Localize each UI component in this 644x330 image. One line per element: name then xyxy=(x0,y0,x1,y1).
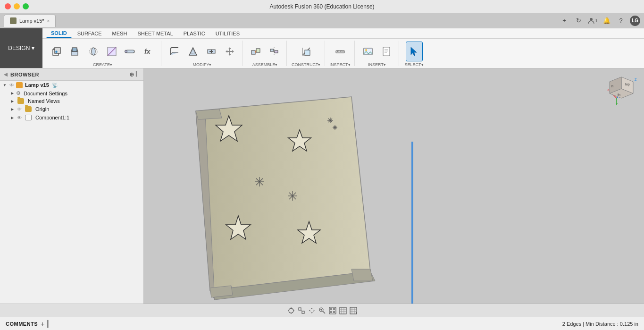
assemble-group: ASSEMBLE▾ xyxy=(243,41,287,66)
settings-icon: ⚙ xyxy=(16,90,21,96)
svg-text:X: X xyxy=(607,88,610,92)
3d-model xyxy=(172,73,408,304)
construct-button[interactable] xyxy=(298,42,315,61)
tree-label-doc-settings: Document Settings xyxy=(24,91,67,96)
tree-item-component[interactable]: ▶ 👁 Component1:1 xyxy=(0,113,143,122)
tab-mesh[interactable]: MESH xyxy=(108,30,132,37)
broadcast-icon[interactable]: 📡 xyxy=(52,83,58,88)
close-button[interactable] xyxy=(5,3,11,9)
modify-buttons xyxy=(166,42,238,61)
display-mode-button[interactable] xyxy=(328,306,337,315)
insert-group: INSERT▾ xyxy=(356,41,399,66)
select-buttons xyxy=(406,42,423,61)
component-icon-root xyxy=(16,82,23,88)
tab-utilities[interactable]: UTILITIES xyxy=(211,30,244,37)
insert-buttons xyxy=(360,42,395,61)
revolve-button[interactable] xyxy=(85,42,102,61)
browser-expand-icon[interactable]: ⊕ xyxy=(129,71,134,78)
grid-button[interactable] xyxy=(339,306,347,315)
insert-image-button[interactable] xyxy=(360,42,376,61)
construct-group: CONSTRUCT▾ xyxy=(288,41,325,66)
tree-arrow-root[interactable]: ▼ xyxy=(2,82,8,88)
extrude-button[interactable] xyxy=(67,42,84,61)
fit-button[interactable] xyxy=(297,306,306,315)
svg-rect-22 xyxy=(270,49,274,51)
svg-rect-87 xyxy=(330,308,332,310)
more-display-button[interactable]: ▾ xyxy=(349,306,358,315)
svg-point-16 xyxy=(125,50,127,53)
inspect-buttons xyxy=(332,42,349,61)
tab-plastic[interactable]: PLASTIC xyxy=(179,30,210,37)
svg-text:Y: Y xyxy=(616,102,618,105)
svg-text:Z: Z xyxy=(635,78,637,81)
orbit-button[interactable] xyxy=(287,306,295,315)
minimize-button[interactable] xyxy=(14,3,20,9)
shell-button[interactable] xyxy=(184,42,201,61)
notification-button[interactable]: 🔔 xyxy=(602,16,612,26)
status-text: 2 Edges | Min Distance : 0.125 in xyxy=(562,321,638,327)
tree-arrow-component[interactable]: ▶ xyxy=(9,115,15,120)
assemble-group-label: ASSEMBLE▾ xyxy=(252,62,278,67)
user-avatar[interactable]: LG xyxy=(630,16,640,26)
browser-nav-back[interactable]: ◀ xyxy=(4,72,8,77)
new-component-button[interactable] xyxy=(48,42,65,61)
svg-rect-8 xyxy=(72,48,77,51)
svg-rect-89 xyxy=(330,311,332,313)
tree-item-origin[interactable]: ▶ 👁 Origin xyxy=(0,105,143,113)
pipe-button[interactable] xyxy=(122,42,139,61)
svg-point-12 xyxy=(92,48,95,55)
file-tab[interactable]: Lamp v15* × xyxy=(4,15,56,27)
ribbon-content: fx CREATE▾ xyxy=(42,39,644,68)
zoom-button[interactable] xyxy=(318,306,326,315)
selection-edge xyxy=(411,142,413,304)
tab-close-button[interactable]: × xyxy=(47,18,50,24)
add-tab-button[interactable]: + xyxy=(559,16,569,26)
tab-bar-right: + ↻ 1 🔔 ? LG xyxy=(559,16,640,26)
tree-arrow-named-views[interactable]: ▶ xyxy=(9,98,15,104)
folder-icon-named-views xyxy=(17,98,24,104)
tree-item-doc-settings[interactable]: ▶ ⚙ Document Settings xyxy=(0,89,143,97)
fx-button[interactable]: fx xyxy=(140,42,157,61)
align-button[interactable] xyxy=(266,42,283,61)
browser-header: ◀ BROWSER ⊕ ▎ xyxy=(0,68,143,81)
tab-sheet-metal[interactable]: SHEET METAL xyxy=(133,30,177,37)
svg-rect-79 xyxy=(299,308,301,310)
design-mode-button[interactable]: DESIGN ▾ xyxy=(0,28,42,68)
fillet-button[interactable] xyxy=(166,42,183,61)
tree-label-root: Lamp v15 xyxy=(25,82,49,88)
move-button[interactable] xyxy=(221,42,238,61)
svg-point-0 xyxy=(590,18,593,21)
tree-arrow-doc-settings[interactable]: ▶ xyxy=(9,91,15,96)
tree-arrow-origin[interactable]: ▶ xyxy=(9,106,15,112)
svg-text:ln: ln xyxy=(611,85,614,88)
tree-label-component: Component1:1 xyxy=(35,115,69,120)
insert-mcmaster-button[interactable] xyxy=(378,42,395,61)
select-group-label: SELECT▾ xyxy=(405,62,424,67)
refresh-button[interactable]: ↻ xyxy=(573,16,584,26)
svg-rect-91 xyxy=(340,307,346,314)
maximize-button[interactable] xyxy=(23,3,29,9)
svg-rect-36 xyxy=(383,47,390,56)
viewport[interactable]: top ln fn Z X Y xyxy=(144,68,644,304)
joint-button[interactable] xyxy=(247,42,264,61)
user-count-button[interactable]: 1 xyxy=(587,16,598,26)
tab-solid[interactable]: SOLID xyxy=(46,29,72,38)
view-cube[interactable]: top ln fn Z X Y xyxy=(607,72,640,105)
eye-icon-root[interactable]: 👁 xyxy=(8,82,15,88)
svg-line-81 xyxy=(301,310,302,311)
eye-icon-origin[interactable]: 👁 xyxy=(16,106,23,112)
assemble-buttons xyxy=(247,42,283,61)
tree-item-root[interactable]: ▼ 👁 Lamp v15 📡 xyxy=(0,81,143,89)
select-button[interactable] xyxy=(406,42,423,61)
eye-icon-component[interactable]: 👁 xyxy=(16,114,23,121)
help-button[interactable]: ? xyxy=(616,16,626,26)
browser-collapse-icon[interactable]: ▎ xyxy=(136,71,140,78)
combine-button[interactable] xyxy=(203,42,220,61)
measure-button[interactable] xyxy=(332,42,349,61)
tab-surface[interactable]: SURFACE xyxy=(73,30,107,37)
tree-item-named-views[interactable]: ▶ Named Views xyxy=(0,97,143,105)
select-group: SELECT▾ xyxy=(400,41,428,66)
pan-button[interactable] xyxy=(308,306,316,315)
sketch-button[interactable] xyxy=(103,42,120,61)
add-comment-button[interactable]: + xyxy=(41,320,44,328)
